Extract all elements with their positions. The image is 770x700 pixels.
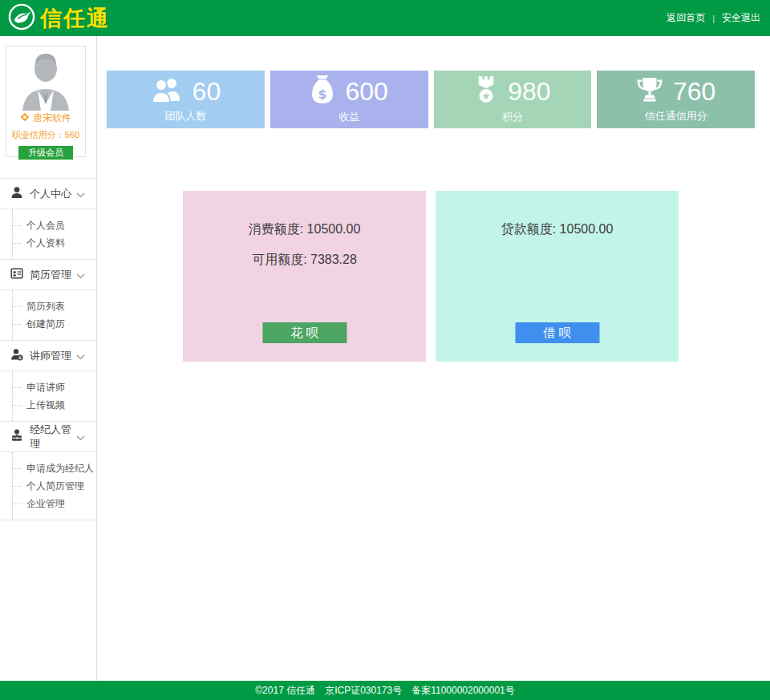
- users-icon: [151, 76, 183, 107]
- svg-text:★: ★: [482, 91, 491, 102]
- dove-logo-icon: [8, 3, 35, 34]
- resume-icon: [10, 267, 23, 283]
- chevron-down-icon: [76, 187, 85, 201]
- sidebar-item-personal-profile[interactable]: 个人资料: [0, 234, 96, 252]
- lecturer-icon: [10, 348, 23, 364]
- header-nav: 返回首页 | 安全退出: [667, 11, 760, 25]
- stat-label: 积分: [502, 110, 523, 124]
- stats-row: 60 团队人数 $ 600 收益 ★: [107, 71, 755, 128]
- sidebar-item-personal-resume-management[interactable]: 个人简历管理: [0, 477, 96, 495]
- menu-group-label: 经纪人管理: [30, 423, 76, 451]
- submenu-lecturer-management: 申请讲师 上传视频: [0, 370, 96, 421]
- submenu-agent-management: 申请成为经纪人 个人简历管理 企业管理: [0, 451, 96, 520]
- chevron-down-icon: [76, 268, 85, 282]
- footer-copyright: ©2017 信任通 京ICP证030173号 备案11000002000001号: [255, 685, 514, 696]
- jiebei-panel: 贷款额度: 10500.00 借 呗: [436, 191, 679, 362]
- nav-divider: |: [712, 14, 715, 23]
- footer: ©2017 信任通 京ICP证030173号 备案11000002000001号: [0, 681, 770, 700]
- profile-name: 唐宋软件: [33, 111, 71, 125]
- consume-quota-text: 消费额度: 10500.00: [183, 191, 426, 238]
- app-header: 信任通 返回首页 | 安全退出: [0, 0, 770, 36]
- trophy-icon: [636, 76, 663, 107]
- stat-value: 60: [192, 79, 221, 104]
- agent-icon: [10, 429, 23, 445]
- sidebar-menu: 个人中心 个人会员 个人资料 简历管理: [0, 178, 96, 520]
- stat-label: 收益: [338, 110, 359, 124]
- sidebar-item-enterprise-management[interactable]: 企业管理: [0, 495, 96, 512]
- menu-group-agent-management[interactable]: 经纪人管理: [0, 421, 96, 451]
- app-logo[interactable]: 信任通: [8, 3, 110, 34]
- money-bag-icon: $: [310, 75, 335, 107]
- menu-group-label: 讲师管理: [30, 349, 71, 363]
- logout-link[interactable]: 安全退出: [722, 11, 760, 25]
- user-icon: [10, 186, 23, 202]
- stat-value: 600: [345, 79, 387, 104]
- sidebar-item-personal-member[interactable]: 个人会员: [0, 216, 96, 234]
- available-quota-text: 可用额度: 7383.28: [183, 238, 426, 269]
- stat-value: 760: [673, 79, 715, 104]
- sidebar: 唐宋软件 职业信用分：560 升级会员 个人中心 个人会员 个人资料: [0, 36, 97, 681]
- avatar: [7, 47, 84, 111]
- profile-card: 唐宋软件 职业信用分：560 升级会员: [6, 46, 86, 157]
- sidebar-item-upload-video[interactable]: 上传视频: [0, 396, 96, 414]
- stat-card-trust-credit: 760 信任通信用分: [597, 71, 755, 128]
- submenu-resume-management: 简历列表 创建简历: [0, 289, 96, 340]
- menu-group-resume-management[interactable]: 简历管理: [0, 259, 96, 289]
- chevron-down-icon: [76, 430, 85, 444]
- sidebar-item-apply-agent[interactable]: 申请成为经纪人: [0, 459, 96, 477]
- chevron-down-icon: [76, 349, 85, 363]
- stat-value: 980: [508, 79, 550, 104]
- medal-icon: ★: [474, 75, 498, 107]
- sidebar-item-apply-lecturer[interactable]: 申请讲师: [0, 378, 96, 396]
- stat-card-income: $ 600 收益: [270, 71, 428, 128]
- sidebar-item-create-resume[interactable]: 创建简历: [0, 315, 96, 333]
- app-title: 信任通: [40, 4, 110, 33]
- menu-group-personal-center[interactable]: 个人中心: [0, 178, 96, 208]
- huabei-panel: 消费额度: 10500.00 可用额度: 7383.28 花 呗: [183, 191, 426, 362]
- upgrade-member-button[interactable]: 升级会员: [18, 146, 73, 160]
- stat-label: 信任通信用分: [645, 109, 707, 123]
- stat-card-team-size: 60 团队人数: [107, 71, 265, 128]
- stat-card-points: ★ 980 积分: [434, 71, 592, 128]
- submenu-personal-center: 个人会员 个人资料: [0, 208, 96, 259]
- stat-label: 团队人数: [164, 109, 206, 123]
- svg-text:$: $: [318, 87, 327, 102]
- member-badge-icon: [20, 112, 30, 124]
- menu-group-label: 简历管理: [30, 268, 71, 282]
- menu-group-label: 个人中心: [30, 187, 71, 201]
- jiebei-button[interactable]: 借 呗: [515, 322, 599, 343]
- menu-group-lecturer-management[interactable]: 讲师管理: [0, 340, 96, 370]
- credit-panels: 消费额度: 10500.00 可用额度: 7383.28 花 呗 贷款额度: 1…: [183, 191, 679, 362]
- menu-divider: [0, 520, 96, 520]
- loan-quota-text: 贷款额度: 10500.00: [436, 191, 679, 238]
- huabei-button[interactable]: 花 呗: [262, 322, 346, 343]
- profile-credit-score: 职业信用分：560: [6, 129, 85, 141]
- back-home-link[interactable]: 返回首页: [667, 11, 705, 25]
- sidebar-item-resume-list[interactable]: 简历列表: [0, 297, 96, 315]
